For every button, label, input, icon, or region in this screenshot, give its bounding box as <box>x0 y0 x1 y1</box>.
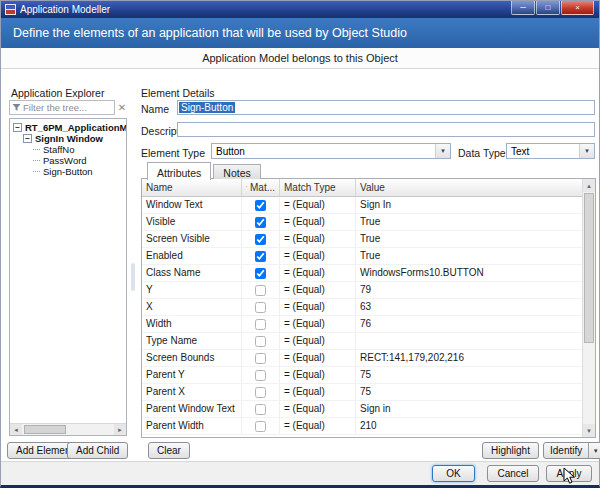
attribute-match-checkbox[interactable] <box>255 285 266 296</box>
element-type-select[interactable]: Button ▼ <box>211 143 451 159</box>
attribute-match-checkbox[interactable] <box>255 421 266 432</box>
cancel-button[interactable]: Cancel <box>487 465 539 482</box>
element-type-label: Element Type <box>141 147 205 159</box>
attribute-row[interactable]: Parent Window Text= (Equal)Sign in <box>142 401 582 418</box>
column-header-match[interactable]: Mat... <box>242 179 280 197</box>
tree-item-password[interactable]: PassWord <box>11 155 125 166</box>
attribute-row[interactable]: X= (Equal)63 <box>142 299 582 316</box>
attribute-value-cell: WindowsForms10.BUTTON <box>356 265 582 282</box>
attribute-match-type-cell[interactable]: = (Equal) <box>280 248 356 265</box>
column-header-name[interactable]: Name <box>142 179 242 197</box>
add-child-button[interactable]: Add Child <box>67 442 128 459</box>
description-input[interactable] <box>177 122 595 137</box>
tree-item-signin-window[interactable]: −SignIn Window <box>11 133 125 144</box>
minimize-button[interactable]: ─ <box>511 1 535 15</box>
attribute-row[interactable]: Y= (Equal)79 <box>142 282 582 299</box>
tree-expander-icon[interactable]: − <box>23 134 32 143</box>
attribute-match-checkbox[interactable] <box>255 319 266 330</box>
identify-dropdown-icon[interactable]: ▼ <box>588 443 600 458</box>
attribute-match-type-cell[interactable]: = (Equal) <box>280 418 356 435</box>
attribute-row[interactable]: Visible= (Equal)True <box>142 214 582 231</box>
chevron-down-icon[interactable]: ▼ <box>579 144 594 158</box>
clear-button[interactable]: Clear <box>148 442 190 459</box>
name-input[interactable]: Sign-Button <box>177 100 595 115</box>
attribute-match-type-cell[interactable]: = (Equal) <box>280 299 356 316</box>
attribute-row[interactable]: Screen Visible= (Equal)True <box>142 231 582 248</box>
scrollbar-track[interactable] <box>22 424 114 435</box>
ok-button[interactable]: OK <box>432 465 475 482</box>
attribute-match-type-cell[interactable]: = (Equal) <box>280 401 356 418</box>
attribute-match-type-cell[interactable]: = (Equal) <box>280 316 356 333</box>
attribute-row[interactable]: Parent Y= (Equal)75 <box>142 367 582 384</box>
attribute-match-checkbox[interactable] <box>255 302 266 313</box>
column-header-match-type[interactable]: Match Type <box>280 179 356 197</box>
attribute-match-checkbox[interactable] <box>255 336 266 347</box>
attribute-match-checkbox[interactable] <box>255 370 266 381</box>
tree-item-rt-6pm-applicationmoduler[interactable]: −RT_6PM_ApplicationModuler <box>11 122 125 133</box>
highlight-button[interactable]: Highlight <box>482 442 539 459</box>
tree-item-label: RT_6PM_ApplicationModuler <box>25 122 127 133</box>
attribute-match-type-cell[interactable]: = (Equal) <box>280 265 356 282</box>
attribute-match-type-cell[interactable]: = (Equal) <box>280 282 356 299</box>
attribute-row[interactable]: Screen Bounds= (Equal)RECT:141,179,202,2… <box>142 350 582 367</box>
attribute-match-cell <box>242 350 280 367</box>
attribute-match-checkbox[interactable] <box>255 353 266 364</box>
identify-split-button[interactable]: Identify ▼ <box>543 442 600 459</box>
attribute-value-cell: 75 <box>356 367 582 384</box>
attribute-row[interactable]: Type Name= (Equal) <box>142 333 582 350</box>
attribute-match-type-cell[interactable]: = (Equal) <box>280 367 356 384</box>
attribute-row[interactable]: Enabled= (Equal)True <box>142 248 582 265</box>
tree-item-label: PassWord <box>43 155 87 166</box>
attribute-name-cell: X <box>142 299 242 316</box>
maximize-button[interactable]: □ <box>536 1 560 15</box>
attribute-row[interactable]: Class Name= (Equal)WindowsForms10.BUTTON <box>142 265 582 282</box>
scroll-up-icon[interactable]: ▲ <box>583 179 595 192</box>
column-header-value[interactable]: Value <box>356 179 582 197</box>
attribute-match-type-cell[interactable]: = (Equal) <box>280 214 356 231</box>
filter-clear-icon[interactable]: ✕ <box>115 101 129 115</box>
chevron-down-icon[interactable]: ▼ <box>435 144 450 158</box>
match-funnel-icon <box>246 182 247 191</box>
attribute-row[interactable]: Parent Width= (Equal)210 <box>142 418 582 435</box>
attribute-match-type-cell[interactable]: = (Equal) <box>280 197 356 214</box>
banner: Define the elements of an application th… <box>1 18 599 48</box>
tree-item-sign-button[interactable]: Sign-Button <box>11 166 125 177</box>
close-button[interactable]: × <box>561 1 594 15</box>
scrollbar-thumb[interactable] <box>24 425 66 434</box>
attribute-match-checkbox[interactable] <box>255 234 266 245</box>
scrollbar-thumb[interactable] <box>584 193 594 343</box>
attribute-match-checkbox[interactable] <box>255 268 266 279</box>
tab-attributes[interactable]: Attributes <box>147 162 211 180</box>
tree-item-staffno[interactable]: StaffNo <box>11 144 125 155</box>
attribute-match-checkbox[interactable] <box>255 387 266 398</box>
attribute-row[interactable]: Width= (Equal)76 <box>142 316 582 333</box>
attributes-vertical-scrollbar[interactable]: ▲ ▼ <box>582 179 595 437</box>
data-type-select[interactable]: Text ▼ <box>506 143 595 159</box>
attribute-match-type-cell[interactable]: = (Equal) <box>280 333 356 350</box>
tree-filter-box[interactable] <box>9 100 115 115</box>
attribute-row[interactable]: Parent X= (Equal)75 <box>142 384 582 401</box>
attribute-name-cell: Parent Y <box>142 367 242 384</box>
tree-horizontal-scrollbar[interactable]: ◄ ► <box>10 423 126 435</box>
titlebar[interactable]: Application Modeller ─ □ × <box>1 1 599 18</box>
name-value-selected-text: Sign-Button <box>179 102 235 113</box>
application-tree[interactable]: −RT_6PM_ApplicationModuler−SignIn Window… <box>9 118 127 436</box>
attribute-match-checkbox[interactable] <box>255 217 266 228</box>
panel-splitter[interactable] <box>128 118 137 436</box>
scroll-down-icon[interactable]: ▼ <box>583 424 595 437</box>
tab-notes[interactable]: Notes <box>213 164 260 179</box>
tree-filter-input[interactable] <box>23 102 112 113</box>
scroll-left-icon[interactable]: ◄ <box>10 424 22 435</box>
tree-expander-icon[interactable]: − <box>13 123 22 132</box>
attribute-match-checkbox[interactable] <box>255 404 266 415</box>
application-explorer-label: Application Explorer <box>11 87 104 99</box>
attribute-match-checkbox[interactable] <box>255 200 266 211</box>
attribute-match-type-cell[interactable]: = (Equal) <box>280 384 356 401</box>
scroll-right-icon[interactable]: ► <box>114 424 126 435</box>
identify-button[interactable]: Identify <box>544 443 588 458</box>
attribute-match-type-cell[interactable]: = (Equal) <box>280 350 356 367</box>
attribute-match-checkbox[interactable] <box>255 251 266 262</box>
attribute-row[interactable]: Window Text= (Equal)Sign In <box>142 197 582 214</box>
attribute-match-type-cell[interactable]: = (Equal) <box>280 231 356 248</box>
attribute-name-cell: Parent Window Text <box>142 401 242 418</box>
